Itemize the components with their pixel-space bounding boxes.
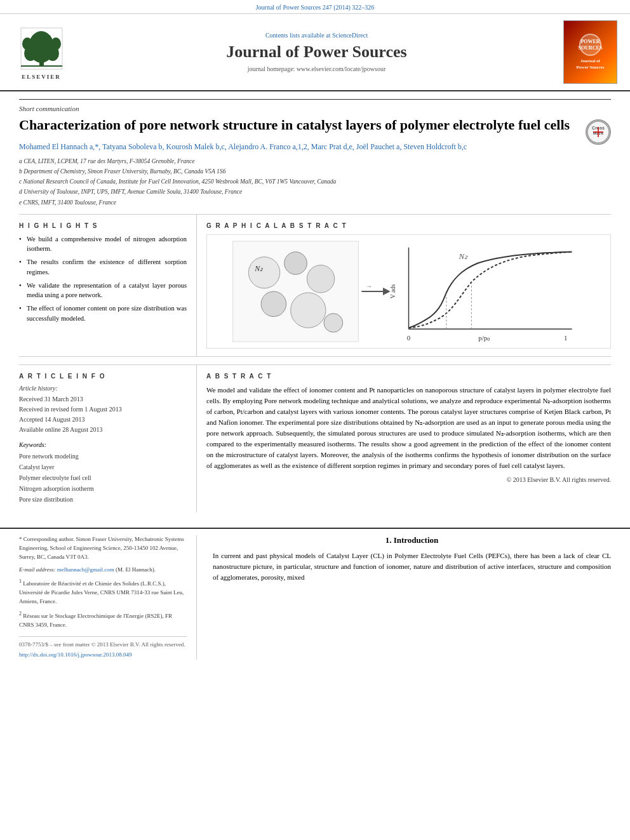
highlights-graphical-row: H I G H L I G H T S We build a comprehen…: [19, 214, 611, 357]
article-info-column: A R T I C L E I N F O Article history: R…: [19, 365, 197, 512]
abstract-text: We model and validate the effect of iono…: [206, 385, 611, 471]
doi-link[interactable]: http://dx.doi.org/10.1016/j.jpowsour.201…: [19, 651, 132, 658]
section-type: Short communication: [19, 99, 611, 112]
footnote-2: 2 Réseau sur le Stockage Electrochimique…: [19, 610, 187, 630]
affiliation-a: a CEA, LITEN, LCPEM, 17 rue des Martyrs,…: [19, 157, 611, 166]
abstract-title: A B S T R A C T: [206, 373, 611, 380]
svg-text:p/p₀: p/p₀: [478, 334, 490, 342]
svg-text:N₂: N₂: [254, 264, 264, 273]
svg-point-16: [285, 251, 307, 274]
svg-point-18: [261, 291, 286, 317]
keyword-1: Pore network modeling: [19, 451, 187, 462]
highlight-item-1: We build a comprehensive model of nitrog…: [19, 234, 187, 255]
graphical-abstract-title: G R A P H I C A L A B S T R A C T: [206, 222, 611, 229]
journal-header-center: Contents lists available at ScienceDirec…: [76, 32, 557, 72]
introduction-text: In current and past physical models of C…: [213, 550, 611, 583]
svg-text:→: →: [366, 283, 372, 290]
svg-point-19: [291, 293, 326, 328]
issn-line: 0378-7753/$ – see front matter © 2013 El…: [19, 641, 187, 650]
svg-point-20: [324, 313, 343, 332]
affiliation-c: c National Research Council of Canada, I…: [19, 177, 611, 187]
cover-circle: POWERSOURCES: [579, 34, 601, 56]
footer-section: * Corresponding author. Simon Fraser Uni…: [0, 528, 630, 666]
graphical-abstract-column: G R A P H I C A L A B S T R A C T: [197, 215, 611, 356]
affiliation-d: d University of Toulouse, INPT, UPS, IMF…: [19, 187, 611, 197]
affiliations: a CEA, LITEN, LCPEM, 17 rue des Martyrs,…: [19, 157, 611, 208]
keyword-2: Catalyst layer: [19, 462, 187, 472]
graphical-abstract-image: N₂ → p/p₀ 1 0: [206, 234, 611, 349]
svg-point-17: [307, 265, 335, 293]
journal-name: Journal of Power Sources: [76, 43, 557, 62]
footnote-corresponding: * Corresponding author. Simon Fraser Uni…: [19, 535, 187, 562]
info-abstract-row: A R T I C L E I N F O Article history: R…: [19, 364, 611, 512]
svg-text:1: 1: [564, 334, 567, 342]
svg-point-6: [51, 37, 61, 50]
journal-top-bar: Journal of Power Sources 247 (2014) 322–…: [0, 0, 630, 14]
keyword-3: Polymer electrolyte fuel cell: [19, 472, 187, 483]
footnote-email: E-mail address: melhannach@gmail.com (M.…: [19, 566, 187, 575]
page-header: ELSEVIER Contents lists available at Sci…: [0, 14, 630, 91]
svg-text:V ads: V ads: [389, 284, 396, 298]
highlights-title: H I G H L I G H T S: [19, 222, 187, 229]
footnotes-column: * Corresponding author. Simon Fraser Uni…: [19, 535, 197, 660]
authors: Mohamed El Hannach a,*, Tatyana Soboleva…: [19, 141, 611, 153]
doi-line: http://dx.doi.org/10.1016/j.jpowsour.201…: [19, 651, 187, 660]
keyword-5: Pore size distribution: [19, 494, 187, 505]
email-link[interactable]: melhannach@gmail.com: [57, 566, 114, 573]
svg-point-15: [248, 257, 279, 288]
abstract-column: A B S T R A C T We model and validate th…: [197, 365, 611, 512]
svg-point-5: [22, 37, 32, 50]
received-date: Received 31 March 2013 Received in revis…: [19, 394, 187, 435]
journal-homepage: journal homepage: www.elsevier.com/locat…: [76, 65, 557, 72]
highlight-item-2: The results confirm the existence of dif…: [19, 257, 187, 277]
bottom-journal-info: 0378-7753/$ – see front matter © 2013 El…: [19, 636, 187, 660]
article-content: Short communication Cross Mark Character…: [0, 91, 630, 528]
highlights-column: H I G H L I G H T S We build a comprehen…: [19, 215, 197, 356]
copyright: © 2013 Elsevier B.V. All rights reserved…: [206, 476, 611, 483]
article-info-title: A R T I C L E I N F O: [19, 373, 187, 380]
svg-text:N₂: N₂: [459, 251, 469, 260]
journal-cover: POWERSOURCES Journal ofPower Sources: [563, 20, 617, 84]
elsevier-logo: ELSEVIER: [13, 25, 70, 80]
keywords-list: Pore network modeling Catalyst layer Pol…: [19, 451, 187, 505]
svg-text:0: 0: [407, 334, 411, 342]
highlights-list: We build a comprehensive model of nitrog…: [19, 234, 187, 324]
sciencedirect-link: Contents lists available at ScienceDirec…: [76, 32, 557, 39]
affiliation-b: b Department of Chemistry, Simon Fraser …: [19, 167, 611, 177]
keyword-4: Nitrogen adsorption isotherm: [19, 483, 187, 494]
footnote-1: 1 Laboratoire de Réactivité et de Chimie…: [19, 578, 187, 606]
crossmark-badge: Cross Mark: [586, 119, 611, 145]
introduction-column: 1. Introduction In current and past phys…: [210, 535, 611, 660]
cover-text: Journal ofPower Sources: [577, 58, 605, 70]
affiliation-e: e CNRS, IMFT, 31400 Toulouse, France: [19, 198, 611, 208]
graphical-abstract-svg: N₂ → p/p₀ 1 0: [207, 235, 610, 348]
elsevier-wordmark: ELSEVIER: [22, 74, 61, 80]
keywords-label: Keywords:: [19, 441, 187, 448]
highlight-item-4: The effect of ionomer content on pore si…: [19, 303, 187, 324]
history-label: Article history:: [19, 385, 187, 392]
introduction-title: 1. Introduction: [213, 535, 611, 545]
highlight-item-3: We validate the representation of a cata…: [19, 281, 187, 301]
article-title: Characterization of pore network structu…: [19, 116, 611, 135]
elsevier-tree-icon: [18, 25, 65, 72]
